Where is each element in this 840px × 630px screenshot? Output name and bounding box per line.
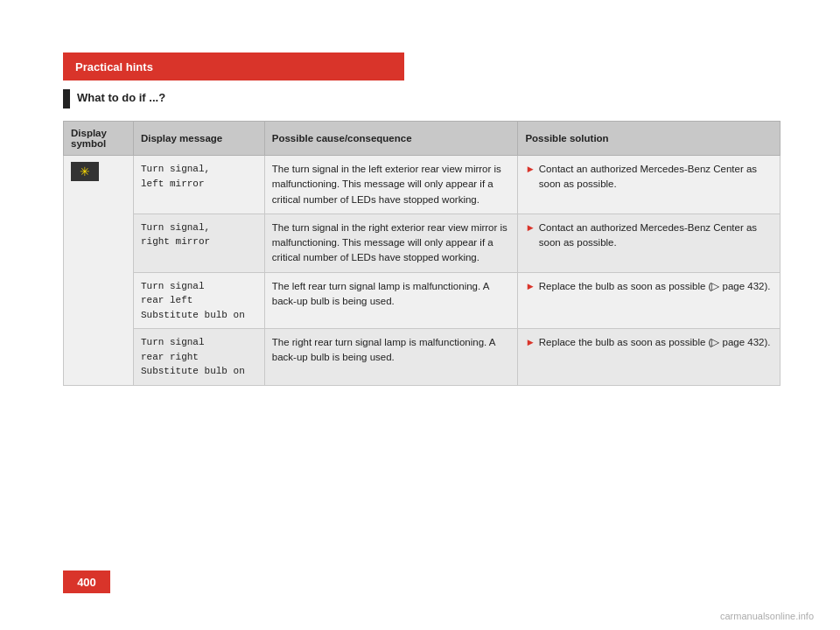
solution-text: ►Replace the bulb as soon as possible (▷… xyxy=(525,335,773,350)
bullet-arrow: ► xyxy=(525,162,535,177)
solution-cell: ►Contact an authorized Mercedes-Benz Cen… xyxy=(518,156,780,214)
solution-text: ►Contact an authorized Mercedes-Benz Cen… xyxy=(525,220,773,251)
page-number: 400 xyxy=(77,576,96,589)
solution-content: Contact an authorized Mercedes-Benz Cent… xyxy=(539,162,773,192)
cause-cell: The turn signal in the right exterior re… xyxy=(264,214,518,272)
symptoms-table: Display symbol Display message Possible … xyxy=(63,121,780,386)
solution-content: Contact an authorized Mercedes-Benz Cent… xyxy=(539,220,773,251)
solution-content: Replace the bulb as soon as possible (▷ … xyxy=(539,335,771,350)
message-cell: Turn signal, left mirror xyxy=(133,156,264,214)
watermark: carmanualsonline.info xyxy=(720,611,814,621)
table-header-row: Display symbol Display message Possible … xyxy=(64,122,780,156)
col-possible-cause: Possible cause/consequence xyxy=(264,122,518,156)
section-title: What to do if ...? xyxy=(77,91,165,104)
table-row: Turn signal, right mirrorThe turn signal… xyxy=(64,214,780,272)
solution-content: Replace the bulb as soon as possible (▷ … xyxy=(539,279,771,294)
header-bar: Practical hints xyxy=(63,52,404,80)
table-row: ✳Turn signal, left mirrorThe turn signal… xyxy=(64,156,780,214)
col-possible-solution: Possible solution xyxy=(518,122,780,156)
message-cell: Turn signal rear right Substitute bulb o… xyxy=(133,329,264,386)
message-cell: Turn signal rear left Substitute bulb on xyxy=(133,272,264,329)
header-title: Practical hints xyxy=(75,60,153,74)
solution-cell: ►Replace the bulb as soon as possible (▷… xyxy=(518,329,780,386)
page-number-box: 400 xyxy=(63,570,110,593)
symbol-cell: ✳ xyxy=(64,156,134,386)
cause-cell: The right rear turn signal lamp is malfu… xyxy=(264,329,518,386)
col-display-message: Display message xyxy=(133,122,264,156)
main-table-container: Display symbol Display message Possible … xyxy=(63,121,780,386)
message-cell: Turn signal, right mirror xyxy=(133,214,264,272)
bullet-arrow: ► xyxy=(525,279,535,294)
table-row: Turn signal rear right Substitute bulb o… xyxy=(64,329,780,386)
table-row: Turn signal rear left Substitute bulb on… xyxy=(64,272,780,329)
bullet-arrow: ► xyxy=(525,335,535,350)
solution-cell: ►Replace the bulb as soon as possible (▷… xyxy=(518,272,780,329)
solution-cell: ►Contact an authorized Mercedes-Benz Cen… xyxy=(518,214,780,272)
solution-text: ►Contact an authorized Mercedes-Benz Cen… xyxy=(525,162,773,192)
col-display-symbol: Display symbol xyxy=(64,122,134,156)
cause-cell: The turn signal in the left exterior rea… xyxy=(264,156,518,214)
symbol-icon: ✳ xyxy=(71,162,99,181)
bullet-arrow: ► xyxy=(525,220,535,235)
section-indicator xyxy=(63,89,70,108)
cause-cell: The left rear turn signal lamp is malfun… xyxy=(264,272,518,329)
solution-text: ►Replace the bulb as soon as possible (▷… xyxy=(525,279,773,294)
